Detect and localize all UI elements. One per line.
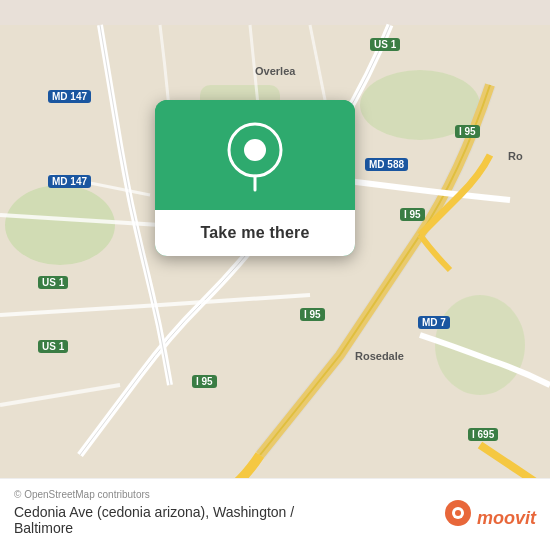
bottom-bar: © OpenStreetMap contributors Cedonia Ave… [0, 478, 550, 550]
popup-card: Take me there [155, 100, 355, 256]
i95-shield-4: I 95 [192, 375, 217, 388]
i95-shield-2: I 95 [400, 208, 425, 221]
us1-shield-1: US 1 [38, 276, 68, 289]
ro-label: Ro [508, 150, 523, 162]
i695-shield: I 695 [468, 428, 498, 441]
rosedale-label: Rosedale [355, 350, 404, 362]
map-attribution: © OpenStreetMap contributors [14, 489, 536, 500]
location-title-line1: Cedonia Ave (cedonia arizona), Washingto… [14, 504, 294, 520]
i95-shield-3: I 95 [300, 308, 325, 321]
popup-icon-area [155, 100, 355, 210]
i95-shield-1: I 95 [455, 125, 480, 138]
us1-shield-2: US 1 [38, 340, 68, 353]
md147-shield-2: MD 147 [48, 175, 91, 188]
us1-top-shield: US 1 [370, 38, 400, 51]
overlea-label: Overlea [255, 65, 295, 77]
location-title-line2: Baltimore [14, 520, 294, 536]
svg-point-1 [5, 185, 115, 265]
moovit-text: moovit [477, 508, 536, 529]
md588-shield: MD 588 [365, 158, 408, 171]
map-svg [0, 0, 550, 550]
take-me-there-button[interactable]: Take me there [155, 210, 355, 256]
moovit-icon [443, 500, 473, 536]
md7-shield: MD 7 [418, 316, 450, 329]
moovit-logo: moovit [443, 500, 536, 536]
md147-shield-1: MD 147 [48, 90, 91, 103]
svg-point-10 [455, 510, 461, 516]
map-container: Overlea Rosedale Ro US 1 MD 147 MD 147 M… [0, 0, 550, 550]
location-title: Cedonia Ave (cedonia arizona), Washingto… [14, 504, 294, 536]
svg-point-6 [244, 139, 266, 161]
location-pin-icon [227, 122, 283, 192]
